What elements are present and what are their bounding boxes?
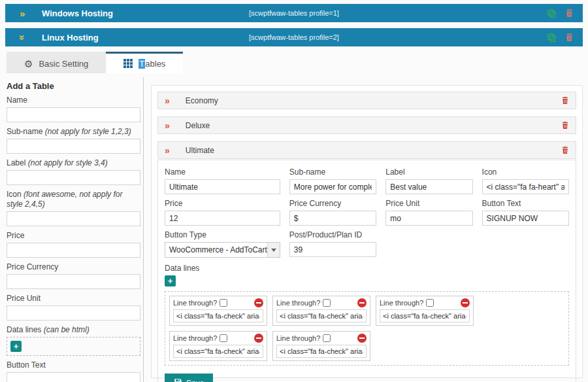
tab-label: Basic Setting — [39, 59, 88, 69]
remove-data-line-button[interactable] — [357, 334, 367, 343]
data-line-input[interactable] — [173, 345, 263, 358]
delete-table-button[interactable] — [561, 146, 569, 154]
trash-icon — [561, 147, 569, 156]
tab-basic-setting[interactable]: ⚙ Basic Setting — [7, 52, 106, 73]
plus-icon: + — [168, 276, 173, 286]
data-lines-container: Line through? Line through? Line through… — [165, 291, 569, 366]
remove-data-line-button[interactable] — [461, 298, 470, 307]
clone-icon — [547, 35, 557, 44]
delete-table-button[interactable] — [561, 121, 569, 130]
clone-profile-button[interactable] — [547, 33, 557, 43]
data-line-item: Line through? — [169, 296, 267, 326]
data-line-item: Line through? — [376, 296, 474, 326]
field-label: Name — [7, 95, 140, 105]
gear-icon: ⚙ — [24, 59, 33, 69]
field-label: Label — [385, 167, 472, 177]
grid-icon — [123, 59, 133, 68]
price-input[interactable] — [7, 243, 140, 258]
table-editor-ultimate: Name Sub-name Label Icon Price Price Cur… — [157, 160, 576, 382]
remove-data-line-button[interactable] — [254, 334, 263, 343]
profile-title: Linux Hosting — [42, 33, 99, 43]
line-through-label: Line through? — [380, 299, 423, 307]
line-through-label: Line through? — [276, 299, 320, 307]
chevron-double-right-icon: » — [165, 121, 170, 130]
save-icon — [174, 378, 182, 382]
field-label: Price Currency — [289, 199, 376, 209]
field-label: Label (not apply for style 3,4) — [7, 158, 140, 168]
save-label: Save — [186, 379, 204, 382]
table-name: Economy — [186, 96, 218, 105]
trash-icon — [565, 34, 574, 44]
icon-input[interactable] — [482, 179, 569, 194]
profile-bar-windows[interactable]: » Windows Hosting [scwptfwaw-tables prof… — [5, 4, 583, 22]
add-table-form: Add a Table Name Sub-name (not apply for… — [7, 81, 140, 382]
table-accordion-ultimate[interactable]: » Ultimate — [157, 141, 576, 159]
sub-name-input[interactable] — [289, 179, 376, 194]
field-label: Button Type — [165, 230, 280, 240]
name-input[interactable] — [7, 107, 140, 122]
data-line-input[interactable] — [276, 309, 367, 322]
field-label: Icon (font awesome, not apply for style … — [7, 190, 140, 209]
field-label: Button Text — [482, 199, 569, 209]
price-currency-input[interactable] — [7, 274, 140, 289]
line-through-checkbox[interactable] — [220, 334, 227, 342]
profile-title: Windows Hosting — [42, 9, 113, 18]
table-name: Ultimate — [186, 146, 214, 155]
profile-bar-linux[interactable]: » Linux Hosting [scwptfwaw-tables profil… — [5, 28, 583, 46]
line-through-checkbox[interactable] — [220, 299, 227, 307]
remove-data-line-button[interactable] — [357, 298, 367, 307]
data-line-input[interactable] — [380, 309, 470, 322]
selected-option: WooCommerce - AddToCart — [169, 245, 267, 254]
remove-data-line-button[interactable] — [254, 298, 263, 307]
tab-tables[interactable]: Tables — [106, 52, 183, 73]
field-label: Post/Product/Plan ID — [289, 230, 376, 240]
icon-input[interactable] — [7, 211, 140, 226]
tables-panel: » Economy » Deluxe » Ultimate Name Sub-n… — [151, 85, 583, 378]
label-input[interactable] — [7, 170, 140, 185]
field-label: Price Unit — [7, 294, 140, 304]
post-id-input[interactable] — [289, 242, 376, 257]
delete-profile-button[interactable] — [565, 9, 574, 18]
add-data-line-button[interactable]: + — [165, 275, 176, 286]
trash-icon — [561, 97, 569, 107]
delete-table-button[interactable] — [561, 96, 569, 105]
sidebar-divider — [143, 77, 144, 382]
plus-icon: + — [14, 341, 19, 351]
line-through-checkbox[interactable] — [323, 334, 331, 342]
line-through-checkbox[interactable] — [323, 299, 331, 307]
trash-icon — [565, 10, 574, 20]
name-input[interactable] — [165, 179, 280, 194]
price-currency-input[interactable] — [289, 211, 376, 226]
field-label: Data lines (can be html) — [7, 325, 140, 335]
button-text-input[interactable] — [482, 211, 569, 226]
data-line-item: Line through? — [169, 331, 267, 361]
label-input[interactable] — [385, 179, 472, 194]
tab-label: Tables — [139, 59, 165, 69]
add-data-line-button[interactable]: + — [10, 341, 22, 352]
table-accordion-deluxe[interactable]: » Deluxe — [157, 116, 576, 134]
line-through-label: Line through? — [276, 334, 320, 342]
field-label: Price — [7, 231, 140, 241]
price-input[interactable] — [165, 211, 280, 226]
button-text-input[interactable] — [7, 372, 140, 382]
sub-name-input[interactable] — [7, 139, 140, 154]
chevron-down-icon — [267, 243, 280, 257]
delete-profile-button[interactable] — [565, 33, 574, 42]
clone-profile-button[interactable] — [547, 9, 557, 18]
data-line-input[interactable] — [173, 309, 263, 322]
field-label: Price — [165, 199, 280, 209]
line-through-label: Line through? — [173, 299, 217, 307]
field-label: Button Text — [7, 360, 140, 370]
table-accordion-economy[interactable]: » Economy — [157, 92, 576, 109]
price-unit-input[interactable] — [7, 305, 140, 321]
line-through-label: Line through? — [173, 334, 217, 342]
data-lines-addbox: + — [7, 337, 140, 356]
line-through-checkbox[interactable] — [426, 299, 434, 307]
data-line-item: Line through? — [272, 331, 370, 361]
button-type-select[interactable]: WooCommerce - AddToCart — [165, 242, 280, 258]
data-line-input[interactable] — [276, 345, 367, 358]
data-line-item: Line through? — [272, 296, 370, 326]
save-button[interactable]: Save — [165, 373, 213, 382]
price-unit-input[interactable] — [385, 211, 472, 226]
trash-icon — [561, 122, 569, 131]
